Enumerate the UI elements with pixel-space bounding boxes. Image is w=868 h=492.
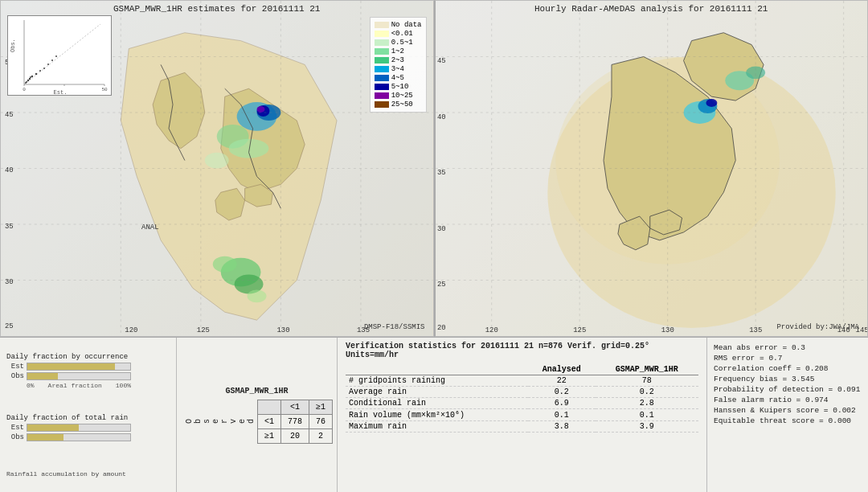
col-header-empty	[258, 400, 281, 414]
svg-point-9	[25, 82, 27, 84]
svg-text:30: 30	[5, 278, 14, 286]
svg-text:125: 125	[197, 326, 210, 334]
est-rain-label: Est	[6, 424, 24, 432]
est-rain-bar-container	[27, 424, 131, 432]
stats-row-4: Maximum rain 3.8 3.9	[346, 421, 698, 433]
legend-45-swatch	[375, 75, 389, 81]
right-map-svg: 45 40 35 30 25 20 120 125 130 135 140 14…	[436, 1, 868, 336]
metric-item-1: RMS error = 0.7	[714, 354, 862, 363]
stats-row-gsmap: 3.9	[596, 421, 698, 433]
est-occurrence-bar-container	[27, 363, 131, 371]
contingency-table-wrapper: Observed <1 ≥1 <1 778 76	[183, 400, 330, 444]
svg-point-8	[35, 73, 37, 75]
dmsp-label: DMSP-F18/SSMIS	[364, 323, 425, 331]
col-header-lt1: <1	[281, 400, 309, 414]
occurrence-axis: 0% Areal fraction 100%	[27, 382, 131, 389]
legend-23-label: 2~3	[391, 56, 404, 64]
occurrence-title: Daily fraction by occurrence	[6, 353, 170, 361]
metrics-list: Mean abs error = 0.3RMS error = 0.7Corre…	[714, 342, 862, 427]
svg-point-4	[27, 80, 29, 81]
legend: No data <0.01 0.5~1 1~2 2~3	[370, 17, 427, 113]
svg-point-38	[213, 256, 237, 273]
rainfall-label: Rainfall accumulation by amount	[6, 470, 170, 478]
cell-01: 76	[309, 414, 333, 428]
legend-1025-label: 10~25	[391, 92, 413, 100]
svg-text:20: 20	[436, 324, 445, 332]
main-container: GSMAP_MWR_1HR estimates for 20161111 21	[0, 0, 868, 492]
stats-row-analysed: 6.9	[528, 398, 596, 409]
total-rain-title: Daily fraction of total rain	[6, 414, 170, 422]
metric-item-2: Correlation coeff = 0.208	[714, 364, 862, 373]
occurrence-chart: Daily fraction by occurrence Est Obs 0% …	[6, 353, 170, 389]
svg-text:25: 25	[436, 281, 445, 289]
metric-item-3: Frequency bias = 3.545	[714, 375, 862, 383]
svg-text:135: 135	[749, 326, 762, 334]
svg-point-39	[248, 289, 267, 302]
svg-point-15	[55, 55, 57, 57]
jma-label: Provided by:JWA/JMA	[776, 323, 859, 331]
obs-vertical-label: Observed	[183, 417, 257, 425]
stat-col-analysed-header: Analysed	[528, 364, 596, 375]
left-map: GSMAP_MWR_1HR estimates for 20161111 21	[0, 0, 434, 337]
stats-row-label: Maximum rain	[346, 421, 528, 433]
legend-nodata-label: No data	[391, 21, 422, 29]
est-rain-bar	[27, 424, 79, 431]
svg-text:25: 25	[5, 322, 14, 330]
stats-row-analysed: 3.8	[528, 421, 596, 433]
cell-00: 778	[281, 414, 309, 428]
est-rain-row: Est	[6, 424, 170, 432]
legend-45-label: 4~5	[391, 74, 404, 82]
stats-row-gsmap: 2.8	[596, 398, 698, 409]
svg-point-68	[706, 99, 717, 107]
stats-row-3: Rain volume (mm×km²×10⁶) 0.1 0.1	[346, 409, 698, 421]
svg-point-12	[43, 68, 45, 69]
table-row-ge1: ≥1 20 2	[258, 428, 333, 443]
stats-section: Verification statistics for 20161111 21 …	[338, 338, 707, 492]
legend-34-label: 3~4	[391, 65, 404, 73]
cell-10: 20	[281, 428, 309, 443]
est-occurrence-label: Est	[6, 363, 24, 371]
stats-row-analysed: 0.1	[528, 409, 596, 421]
row-header-ge1: ≥1	[258, 428, 281, 443]
stats-row-2: Conditional rain 6.9 2.8	[346, 398, 698, 409]
svg-text:30: 30	[436, 225, 445, 233]
stats-row-label: Average rain	[346, 387, 528, 398]
stats-row-gsmap: 0.2	[596, 387, 698, 398]
stats-row-analysed: 22	[528, 375, 596, 387]
stats-row-gsmap: 0.1	[596, 409, 698, 421]
bottom-row: Daily fraction by occurrence Est Obs 0% …	[0, 338, 868, 492]
svg-point-14	[51, 59, 53, 61]
legend-05-swatch	[375, 39, 389, 46]
obs-rain-bar	[27, 434, 63, 441]
legend-12-swatch	[375, 48, 389, 55]
svg-point-10	[30, 76, 31, 78]
right-map-title: Hourly Radar-AMeDAS analysis for 2016111…	[436, 4, 868, 14]
svg-text:45: 45	[5, 111, 14, 119]
svg-text:40: 40	[5, 166, 14, 174]
stats-row-1: Average rain 0.2 0.2	[346, 387, 698, 398]
legend-510-swatch	[375, 84, 389, 90]
svg-point-32	[257, 106, 265, 113]
legend-510-label: 5~10	[391, 83, 409, 91]
contingency-table: <1 ≥1 <1 778 76 ≥1 20 2	[257, 400, 333, 444]
stat-col-gsmap-header: GSMAP_MWR_1HR	[596, 364, 698, 375]
svg-point-35	[205, 153, 229, 169]
legend-2550-swatch	[375, 101, 389, 108]
svg-text:130: 130	[661, 326, 674, 334]
svg-point-11	[39, 70, 41, 72]
row-header-lt1: <1	[258, 414, 281, 428]
contingency-table-section: GSMAP_MWR_1HR Observed <1 ≥1 <1 7	[177, 338, 338, 492]
contingency-table-title: GSMAP_MWR_1HR	[183, 387, 330, 396]
svg-text:35: 35	[5, 223, 14, 231]
col-header-ge1: ≥1	[309, 400, 333, 414]
legend-2550-label: 25~50	[391, 100, 413, 109]
scatter-plot-svg: Est. Obs. 0 50	[8, 16, 111, 95]
est-occurrence-bar	[27, 363, 115, 370]
obs-rain-row: Obs	[6, 433, 170, 441]
legend-001-swatch	[375, 31, 389, 37]
svg-text:0: 0	[23, 87, 26, 92]
svg-text:35: 35	[436, 169, 445, 177]
svg-point-6	[31, 76, 33, 77]
inset-map: Est. Obs. 0 50	[7, 15, 112, 96]
charts-section: Daily fraction by occurrence Est Obs 0% …	[0, 338, 177, 492]
